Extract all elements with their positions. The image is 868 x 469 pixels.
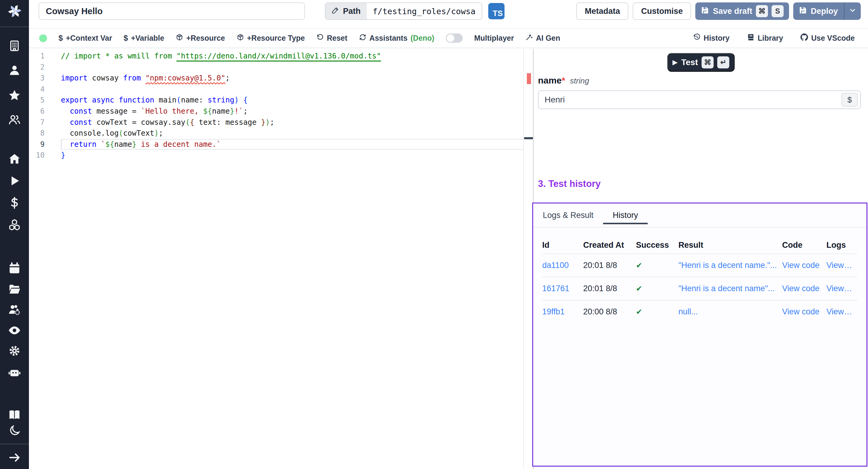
line-number: 1: [29, 51, 60, 62]
table-row: da110020:01 8/8✔"Henri is a decent name.…: [542, 253, 858, 277]
gear-icon: [8, 345, 21, 357]
play-icon: ▶: [673, 59, 678, 66]
deploy-button[interactable]: Deploy: [793, 2, 861, 20]
created-at: 20:00 8/8: [583, 307, 636, 316]
variable-picker-button[interactable]: $: [841, 93, 858, 107]
editor-scrollbar[interactable]: [523, 49, 533, 469]
view-logs-link[interactable]: View logs: [827, 307, 858, 316]
code-line-4[interactable]: [61, 84, 552, 95]
sidebar-item-star[interactable]: [8, 89, 21, 101]
table-row: 19ffb120:00 8/8✔null...View codeView log…: [542, 300, 858, 323]
arg-type-label: string: [570, 76, 589, 86]
view-logs-link[interactable]: View logs: [827, 261, 858, 270]
run-id-link[interactable]: da1100: [542, 261, 583, 270]
table-header: Id Created At Success Result Code Logs: [542, 237, 858, 253]
sidebar-item-users[interactable]: [8, 113, 21, 126]
success-check-icon: ✔: [636, 261, 678, 270]
history-button[interactable]: History: [693, 33, 730, 43]
arg-value-input[interactable]: Henri $: [538, 90, 861, 109]
view-code-link[interactable]: View code: [782, 307, 827, 316]
boxes-icon: [8, 219, 21, 231]
sidebar-item-building[interactable]: [8, 39, 21, 52]
save-icon: [701, 6, 709, 17]
sidebar-item-users-gear[interactable]: [8, 304, 21, 316]
dollar-icon: [8, 196, 21, 209]
save-draft-button[interactable]: Save draft ⌘ S: [695, 2, 789, 20]
code-line-3[interactable]: import cowsay from "npm:cowsay@1.5.0";: [61, 73, 552, 84]
sidebar-item-eye[interactable]: [8, 324, 21, 337]
tab-history[interactable]: History: [613, 211, 638, 220]
cmd-key-badge: ⌘: [702, 56, 714, 68]
code-line-6[interactable]: const message = `Hello there, ${name}!`;: [61, 106, 552, 117]
code-line-10[interactable]: }: [61, 150, 552, 161]
reset-button[interactable]: Reset: [316, 33, 347, 43]
code-line-9[interactable]: return `${name} is a decent name.`: [61, 139, 552, 150]
ai-gen-button[interactable]: AI Gen: [525, 33, 560, 43]
sidebar-item-calendar[interactable]: [8, 262, 21, 275]
enter-key-badge: ↵: [717, 56, 730, 68]
deploy-dropdown-button[interactable]: [844, 2, 861, 20]
code-line-8[interactable]: console.log(cowText);: [61, 128, 552, 139]
code-line-1[interactable]: // import * as wmill from "https://deno.…: [61, 51, 552, 62]
test-button[interactable]: ▶ Test ⌘ ↵: [667, 53, 735, 72]
line-number: 9: [29, 139, 60, 150]
run-id-link[interactable]: 19ffb1: [542, 307, 583, 316]
editor-toolbar: $+Context Var $+Variable +Resource +Reso…: [29, 29, 868, 48]
code-content[interactable]: // import * as wmill from "https://deno.…: [61, 51, 552, 161]
sidebar-item-play[interactable]: [8, 175, 21, 187]
customise-button[interactable]: Customise: [632, 2, 691, 20]
eye-icon: [8, 324, 21, 337]
add-resource-button[interactable]: +Resource: [176, 33, 225, 43]
edit-path-button[interactable]: Path: [326, 3, 367, 19]
code-editor[interactable]: 12345678910 // import * as wmill from "h…: [29, 49, 533, 469]
sidebar-item-gear[interactable]: [8, 345, 21, 357]
metadata-button[interactable]: Metadata: [576, 2, 628, 20]
run-id-link[interactable]: 161761: [542, 284, 583, 293]
play-icon: [8, 175, 21, 187]
required-asterisk: *: [561, 75, 565, 86]
sidebar-item-dollar[interactable]: [8, 196, 21, 209]
sidebar-item-folder-open[interactable]: [8, 283, 21, 295]
status-dot: [39, 34, 47, 42]
multiplayer-toggle[interactable]: [446, 33, 463, 43]
sidebar-item-moon[interactable]: [8, 425, 21, 437]
bot-icon: [8, 366, 21, 379]
sidebar-item-home[interactable]: [8, 153, 21, 165]
home-icon: [8, 153, 21, 165]
line-number: 10: [29, 150, 60, 161]
arrow-right-icon: [8, 451, 21, 464]
code-line-7[interactable]: const cowText = cowsay.say({ text: messa…: [61, 117, 552, 128]
result-link[interactable]: "Henri is a decent name"...: [678, 284, 782, 293]
view-code-link[interactable]: View code: [782, 261, 827, 270]
github-icon: [801, 33, 808, 43]
history-table: Id Created At Success Result Code Logs d…: [542, 237, 858, 323]
book-icon: [8, 409, 21, 421]
view-logs-link[interactable]: View logs: [827, 284, 858, 293]
code-line-2[interactable]: [61, 62, 552, 73]
add-variable-button[interactable]: $+Variable: [124, 33, 164, 43]
view-code-link[interactable]: View code: [782, 284, 827, 293]
assistants-button[interactable]: Assistants(Deno): [359, 33, 435, 43]
tab-logs-result[interactable]: Logs & Result: [543, 211, 593, 220]
script-title-input[interactable]: [38, 2, 305, 20]
package-icon: [237, 33, 244, 43]
sidebar-item-boxes[interactable]: [8, 219, 21, 231]
library-button[interactable]: Library: [747, 33, 783, 43]
test-history-heading: 3. Test history: [538, 179, 601, 189]
sidebar-item-user[interactable]: [8, 64, 21, 76]
sidebar-item-bot[interactable]: [8, 366, 21, 379]
path-value[interactable]: f/testing_roles/cowsa: [367, 3, 482, 19]
users-icon: [8, 113, 21, 126]
multiplayer-label: Multiplayer: [474, 34, 514, 42]
sidebar-item-arrow-right[interactable]: [8, 451, 21, 464]
add-context-var-button[interactable]: $+Context Var: [59, 33, 112, 43]
code-line-5[interactable]: export async function main(name: string)…: [61, 95, 552, 106]
result-link[interactable]: "Henri is a decent name."...: [678, 261, 782, 270]
add-resource-type-button[interactable]: +Resource Type: [237, 33, 305, 43]
success-check-icon: ✔: [636, 284, 678, 293]
sidebar-item-book[interactable]: [8, 409, 21, 421]
result-link[interactable]: null...: [678, 307, 782, 316]
windmill-logo-icon[interactable]: [7, 4, 22, 19]
use-vscode-button[interactable]: Use VScode: [801, 33, 855, 43]
error-marker: [527, 73, 531, 84]
